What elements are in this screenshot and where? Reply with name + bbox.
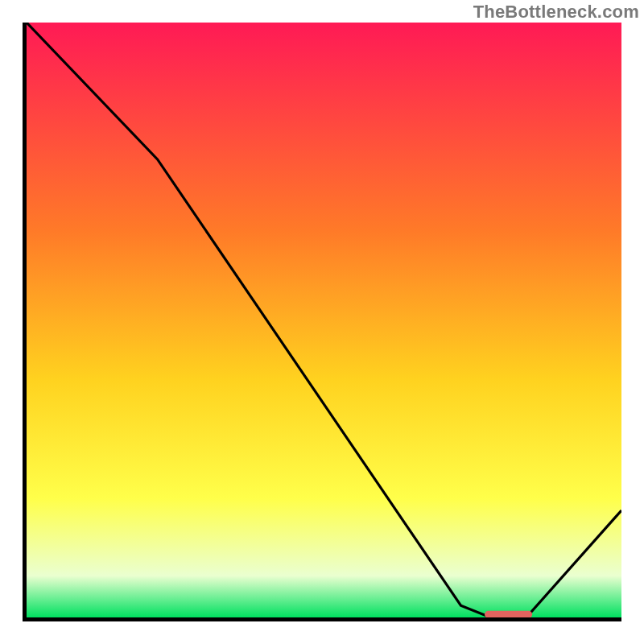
chart-canvas: TheBottleneck.com (0, 0, 644, 644)
watermark-text: TheBottleneck.com (473, 2, 639, 23)
plot-area (23, 23, 621, 621)
optimal-range-marker (485, 611, 532, 617)
plot-svg (27, 23, 621, 617)
heatmap-background (27, 23, 621, 617)
